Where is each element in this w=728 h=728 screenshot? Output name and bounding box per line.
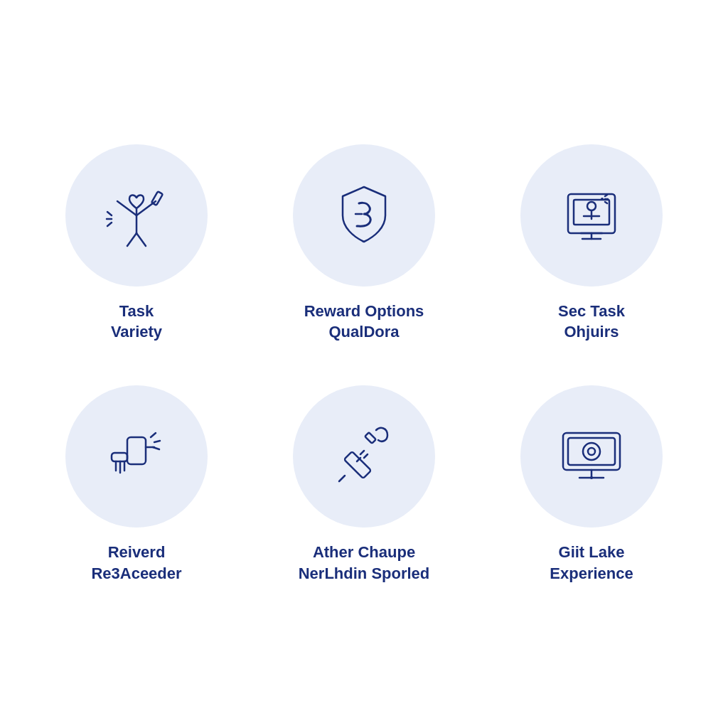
reward-options-icon bbox=[325, 176, 403, 255]
svg-line-16 bbox=[605, 195, 607, 196]
reward-record-icon bbox=[97, 417, 176, 496]
svg-rect-31 bbox=[365, 432, 376, 444]
ather-chaupe-icon bbox=[325, 417, 403, 496]
task-variety-icon bbox=[97, 176, 176, 255]
sec-task-label: Sec Task Ohjuirs bbox=[558, 301, 625, 343]
giit-lake-icon bbox=[552, 417, 631, 496]
sec-task-icon-circle bbox=[520, 144, 663, 287]
sec-task-icon bbox=[552, 176, 631, 255]
svg-line-32 bbox=[339, 476, 345, 481]
svg-line-17 bbox=[605, 202, 607, 203]
task-variety-icon-circle bbox=[65, 144, 208, 287]
reward-options-label: Reward Options QualDora bbox=[304, 301, 424, 343]
reward-options-icon-circle bbox=[293, 144, 435, 287]
svg-line-28 bbox=[154, 441, 160, 442]
svg-point-38 bbox=[583, 443, 600, 460]
svg-point-39 bbox=[588, 448, 595, 455]
card-sec-task: Sec Task Ohjuirs bbox=[492, 144, 691, 343]
svg-point-42 bbox=[590, 476, 593, 479]
card-ather-chaupe: Ather Chaupe NerLhdin Sporled bbox=[264, 385, 464, 584]
svg-line-8 bbox=[107, 223, 112, 226]
svg-line-4 bbox=[127, 233, 136, 246]
ather-chaupe-label: Ather Chaupe NerLhdin Sporled bbox=[299, 542, 430, 584]
svg-point-11 bbox=[587, 202, 596, 210]
card-giit-lake: Giit Lake Experience bbox=[492, 385, 691, 584]
svg-line-29 bbox=[153, 447, 159, 449]
svg-line-33 bbox=[360, 451, 364, 454]
main-grid: Task Variety Reward Options QualDora bbox=[0, 102, 728, 627]
giit-lake-icon-circle bbox=[520, 385, 663, 528]
reward-record-label: Reiverd Re3Aceeder bbox=[91, 542, 181, 584]
svg-line-27 bbox=[151, 433, 156, 437]
svg-line-5 bbox=[136, 233, 146, 246]
reward-record-icon-circle bbox=[65, 385, 208, 528]
svg-line-6 bbox=[107, 212, 112, 215]
svg-rect-3 bbox=[151, 191, 163, 205]
task-variety-label: Task Variety bbox=[111, 301, 162, 343]
giit-lake-label: Giit Lake Experience bbox=[550, 542, 633, 584]
svg-rect-21 bbox=[127, 437, 146, 464]
card-task-variety: Task Variety bbox=[37, 144, 236, 343]
svg-line-1 bbox=[117, 201, 136, 215]
card-reward-record: Reiverd Re3Aceeder bbox=[37, 385, 236, 584]
card-reward-options: Reward Options QualDora bbox=[264, 144, 464, 343]
svg-line-35 bbox=[357, 458, 360, 461]
svg-rect-37 bbox=[568, 438, 615, 465]
ather-chaupe-icon-circle bbox=[293, 385, 435, 528]
svg-rect-22 bbox=[112, 453, 127, 461]
svg-point-14 bbox=[601, 198, 604, 200]
svg-line-34 bbox=[364, 454, 368, 458]
